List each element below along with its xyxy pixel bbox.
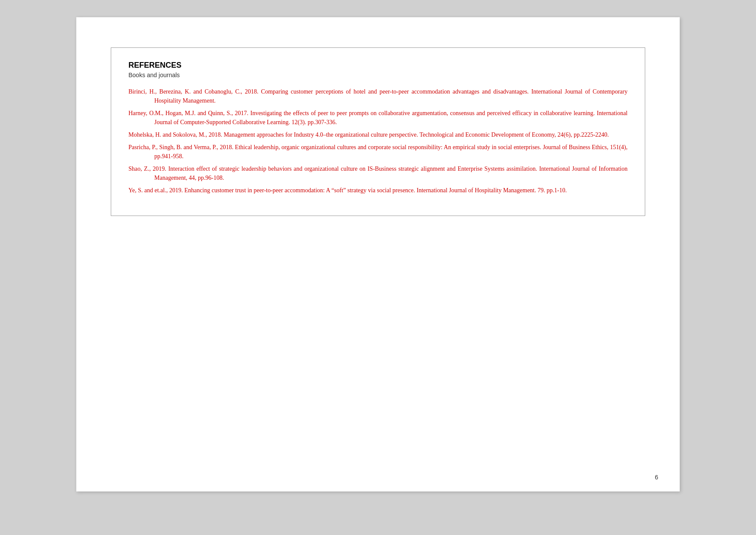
list-item: Shao, Z., 2019. Interaction effect of st…	[128, 164, 628, 182]
references-title: REFERENCES	[128, 61, 628, 70]
list-item: Harney, O.M., Hogan, M.J. and Quinn, S.,…	[128, 109, 628, 127]
list-item: Ye, S. and et.al., 2019. Enhancing custo…	[128, 186, 628, 195]
references-section: REFERENCES Books and journals Birinci, H…	[111, 47, 645, 216]
page-number: 6	[655, 474, 658, 481]
references-subtitle: Books and journals	[128, 72, 628, 78]
reference-list: Birinci, H., Berezina, K. and Cobanoglu,…	[128, 87, 628, 195]
list-item: Pasricha, P., Singh, B. and Verma, P., 2…	[128, 143, 628, 161]
page: REFERENCES Books and journals Birinci, H…	[76, 17, 680, 491]
list-item: Birinci, H., Berezina, K. and Cobanoglu,…	[128, 87, 628, 105]
list-item: Mohelska, H. and Sokolova, M., 2018. Man…	[128, 130, 628, 139]
